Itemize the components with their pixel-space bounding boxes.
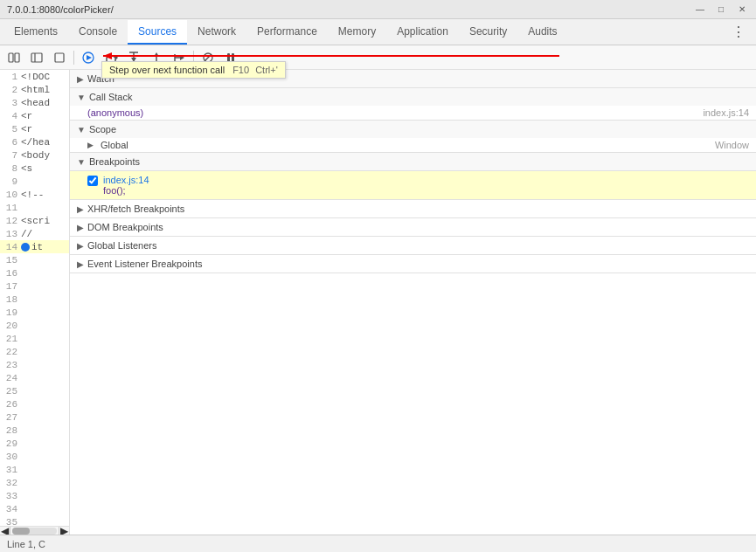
- svg-rect-2: [31, 53, 42, 62]
- callstack-label: Call Stack: [89, 92, 133, 102]
- tab-overflow-button[interactable]: ⋮: [725, 24, 753, 40]
- callstack-content: (anonymous) index.js:14: [70, 106, 756, 120]
- xhr-breakpoints-section[interactable]: ▶ XHR/fetch Breakpoints: [70, 200, 756, 218]
- code-lines: 1 <!DOC 2 <html 3 <head 4 <r 5 <r: [0, 70, 69, 526]
- code-line-35: 35: [0, 515, 69, 526]
- code-line-4: 4 <r: [0, 109, 69, 122]
- code-line-23: 23: [0, 358, 69, 371]
- code-line-20: 20: [0, 319, 69, 332]
- code-line-28: 28: [0, 424, 69, 437]
- svg-rect-4: [55, 53, 64, 62]
- tooltip-key2: Ctrl+': [255, 65, 278, 75]
- callstack-section-header[interactable]: ▼ Call Stack: [70, 88, 756, 106]
- code-line-12: 12 <scri: [0, 214, 69, 227]
- scroll-right-btn[interactable]: ▶: [59, 527, 69, 535]
- watch-chevron-icon: ▶: [77, 74, 84, 84]
- event-listeners-section[interactable]: ▶ Event Listener Breakpoints: [70, 255, 756, 273]
- code-line-18: 18: [0, 293, 69, 306]
- code-line-16: 16: [0, 266, 69, 279]
- code-line-5: 5 <r: [0, 122, 69, 135]
- breakpoint-checkbox-1[interactable]: [87, 176, 98, 186]
- scroll-left-btn[interactable]: ◀: [0, 527, 10, 535]
- svg-rect-21: [227, 53, 230, 62]
- resume-button[interactable]: [78, 47, 99, 68]
- svg-line-20: [205, 54, 212, 61]
- tab-console[interactable]: Console: [68, 20, 128, 45]
- devtools-container: Elements Console Sources Network Perform…: [0, 19, 756, 552]
- callstack-location: index.js:14: [703, 107, 749, 118]
- maximize-button[interactable]: □: [714, 3, 728, 17]
- global-listeners-chevron-icon: ▶: [77, 241, 84, 251]
- code-line-6: 6 </hea: [0, 135, 69, 148]
- debugger-icon: [31, 52, 43, 64]
- scope-global-name: Global: [101, 140, 128, 150]
- show-navigator-button[interactable]: [3, 47, 24, 68]
- code-line-7: 7 <body: [0, 148, 69, 162]
- code-hscrollbar[interactable]: ◀ ▶: [0, 526, 69, 535]
- cursor-position: Line 1, C: [7, 539, 45, 549]
- svg-marker-17: [180, 55, 184, 60]
- snippets-icon: [53, 52, 66, 64]
- breakpoint-item-1[interactable]: index.js:14 foo();: [70, 171, 756, 199]
- show-debugger-button[interactable]: [26, 47, 47, 68]
- breakpoint-info-1: index.js:14 foo();: [103, 175, 149, 196]
- xhr-chevron-icon: ▶: [77, 204, 84, 214]
- tab-performance[interactable]: Performance: [246, 20, 328, 45]
- breakpoint-code-1: foo();: [103, 185, 149, 196]
- scroll-track[interactable]: [12, 528, 57, 535]
- debug-panel: ▶ Watch ▼ Call Stack (anonymous) index.j…: [70, 70, 756, 535]
- code-line-8: 8 <s: [0, 162, 69, 175]
- tab-memory[interactable]: Memory: [328, 20, 386, 45]
- code-line-14[interactable]: 14 it: [0, 240, 69, 253]
- code-line-1: 1 <!DOC: [0, 70, 69, 83]
- callstack-item-anonymous[interactable]: (anonymous) index.js:14: [70, 106, 756, 120]
- dom-label: DOM Breakpoints: [87, 222, 163, 232]
- xhr-label: XHR/fetch Breakpoints: [87, 204, 184, 214]
- code-line-9: 9: [0, 175, 69, 188]
- code-line-10: 10 <!--: [0, 188, 69, 201]
- code-line-13: 13 //: [0, 227, 69, 240]
- title-bar-controls: — □ ✕: [693, 3, 749, 17]
- scope-label: Scope: [89, 124, 116, 135]
- resume-icon: [82, 52, 94, 64]
- scope-content: ▶ Global Window: [70, 138, 756, 152]
- scope-section-header[interactable]: ▼ Scope: [70, 121, 756, 138]
- event-listeners-chevron-icon: ▶: [77, 259, 84, 269]
- tab-audits[interactable]: Audits: [517, 20, 567, 45]
- code-line-26: 26: [0, 397, 69, 411]
- global-listeners-label: Global Listeners: [87, 240, 157, 251]
- callstack-section: ▼ Call Stack (anonymous) index.js:14: [70, 88, 756, 121]
- main-area: 1 <!DOC 2 <html 3 <head 4 <r 5 <r: [0, 70, 756, 535]
- sources-toolbar: Step over next function call F10 Ctrl+': [0, 45, 756, 70]
- scope-chevron-icon: ▼: [77, 125, 86, 135]
- minimize-button[interactable]: —: [693, 3, 707, 17]
- tab-security[interactable]: Security: [459, 20, 517, 45]
- code-line-29: 29: [0, 437, 69, 450]
- breakpoints-section-header[interactable]: ▼ Breakpoints: [70, 153, 756, 171]
- scope-global-value: Window: [715, 140, 749, 150]
- code-line-31: 31: [0, 463, 69, 476]
- code-line-19: 19: [0, 306, 69, 319]
- title-bar-url: 7.0.0.1:8080/colorPicker/: [7, 4, 693, 15]
- dom-breakpoints-section[interactable]: ▶ DOM Breakpoints: [70, 218, 756, 237]
- close-button[interactable]: ✕: [735, 3, 749, 17]
- tooltip-text: Step over next function call: [109, 65, 225, 75]
- code-line-15: 15: [0, 253, 69, 266]
- tooltip-key1: F10: [232, 65, 249, 75]
- code-line-27: 27: [0, 411, 69, 424]
- code-line-34: 34: [0, 502, 69, 515]
- tab-elements[interactable]: Elements: [3, 20, 68, 45]
- scope-global-row[interactable]: ▶ Global Window: [70, 138, 756, 152]
- code-line-21: 21: [0, 332, 69, 345]
- tab-sources[interactable]: Sources: [128, 20, 187, 45]
- code-line-25: 25: [0, 384, 69, 397]
- global-listeners-section[interactable]: ▶ Global Listeners: [70, 237, 756, 255]
- code-line-17: 17: [0, 279, 69, 293]
- tab-application[interactable]: Application: [386, 20, 459, 45]
- scroll-thumb[interactable]: [12, 528, 30, 535]
- status-bar: Line 1, C: [0, 535, 756, 552]
- event-listeners-label: Event Listener Breakpoints: [87, 259, 202, 269]
- tab-network[interactable]: Network: [187, 20, 246, 45]
- code-line-22: 22: [0, 345, 69, 358]
- show-snippets-button[interactable]: [49, 47, 70, 68]
